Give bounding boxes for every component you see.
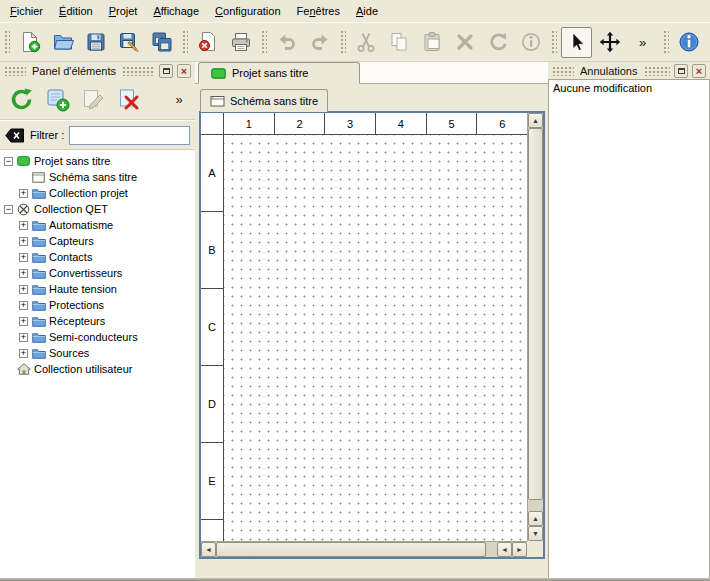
clear-filter-icon[interactable] — [5, 128, 25, 143]
print-button[interactable] — [225, 27, 256, 58]
toolbar-grip[interactable] — [260, 29, 267, 55]
tree-expander-icon[interactable]: + — [19, 221, 28, 230]
menu-item[interactable]: Affichage — [145, 0, 207, 22]
tab-project[interactable]: Projet sans titre — [198, 62, 360, 84]
scroll-left-button-2[interactable]: ◄ — [497, 542, 512, 557]
menu-item[interactable]: Édition — [51, 0, 101, 22]
tree-expander-icon[interactable]: + — [19, 333, 28, 342]
tree-expander-icon[interactable]: − — [4, 157, 13, 166]
menu-label: dition — [66, 5, 92, 17]
tree-item[interactable]: + Collection projet — [0, 185, 195, 201]
toolbar-grip[interactable] — [181, 29, 188, 55]
tree-item[interactable]: + Protections — [0, 297, 195, 313]
about-button[interactable] — [673, 27, 704, 58]
menu-item[interactable]: Projet — [101, 0, 146, 22]
vertical-scroll-thumb[interactable] — [528, 128, 543, 500]
scroll-down-button[interactable]: ▼ — [528, 526, 543, 541]
edit-element-icon — [81, 87, 106, 112]
undo-list-item[interactable]: Aucune modification — [549, 80, 709, 96]
toolbar-grip[interactable] — [550, 29, 557, 55]
tree-expander-icon[interactable]: + — [19, 349, 28, 358]
copy-button[interactable] — [383, 27, 414, 58]
tree-expander-icon[interactable]: + — [19, 189, 28, 198]
horizontal-scrollbar[interactable]: ◄ ◄ ► — [201, 541, 527, 557]
save-button[interactable] — [80, 27, 111, 58]
schema-view[interactable]: 123456 ABCDE — [201, 113, 527, 541]
tree-item[interactable]: − Collection QET — [0, 201, 195, 217]
close-file-button[interactable] — [192, 27, 223, 58]
tree-item[interactable]: + Contacts — [0, 249, 195, 265]
horizontal-scroll-thumb[interactable] — [216, 542, 486, 557]
undo-button[interactable] — [271, 27, 302, 58]
toolbar-grip[interactable] — [662, 29, 669, 55]
tree-item[interactable]: + Capteurs — [0, 233, 195, 249]
tree-expander-icon[interactable]: + — [19, 253, 28, 262]
edit-element-button[interactable] — [80, 86, 107, 113]
column-ruler-cell: 4 — [376, 113, 427, 135]
tree-item[interactable]: + Sources — [0, 345, 195, 361]
tree-item[interactable]: + Convertisseurs — [0, 265, 195, 281]
tree-expander-icon[interactable]: + — [19, 285, 28, 294]
delete-button[interactable] — [449, 27, 480, 58]
scroll-left-button[interactable]: ◄ — [201, 542, 216, 557]
tree-expander-icon[interactable]: + — [19, 269, 28, 278]
tree-expander-icon[interactable]: + — [19, 237, 28, 246]
tree-item[interactable]: + Récepteurs — [0, 313, 195, 329]
folder-icon — [31, 268, 46, 279]
delete-element-button[interactable] — [116, 86, 143, 113]
tree-item[interactable]: + Semi-conducteurs — [0, 329, 195, 345]
undo-panel-titlebar[interactable]: Annulations × — [548, 62, 710, 79]
cut-button[interactable] — [350, 27, 381, 58]
folder-icon — [31, 348, 46, 359]
elements-panel-titlebar[interactable]: Panel d'éléments × — [0, 62, 195, 79]
tab-schema[interactable]: Schéma sans titre — [200, 89, 328, 112]
menu-label: C — [215, 5, 223, 17]
menu-item[interactable]: Fenêtres — [289, 0, 348, 22]
tree-item[interactable]: Collection utilisateur — [0, 361, 195, 377]
tree-item[interactable]: + Automatisme — [0, 217, 195, 233]
folder-icon — [31, 300, 46, 311]
redo-button[interactable] — [304, 27, 335, 58]
filter-input[interactable] — [69, 126, 190, 145]
chevron-double-right-icon: » — [639, 36, 646, 49]
toolbar-overflow-button[interactable]: » — [627, 27, 658, 58]
menu-item[interactable]: Configuration — [207, 0, 288, 22]
new-element-button[interactable] — [44, 86, 71, 113]
scroll-right-button[interactable]: ► — [512, 542, 527, 557]
elements-panel-close-button[interactable]: × — [177, 64, 191, 78]
menu-item[interactable]: Aide — [348, 0, 386, 22]
toolbar-grip[interactable] — [339, 29, 346, 55]
move-mode-button[interactable] — [594, 27, 625, 58]
scroll-up-button-2[interactable]: ▲ — [528, 511, 543, 526]
elements-toolbar-overflow-button[interactable]: » — [171, 86, 187, 113]
vertical-scrollbar[interactable]: ▲ ▲ ▼ — [527, 113, 543, 541]
element-info-button[interactable] — [515, 27, 546, 58]
horizontal-scroll-track[interactable] — [216, 542, 497, 557]
scroll-up-button[interactable]: ▲ — [528, 113, 543, 128]
undo-panel-close-button[interactable]: × — [692, 64, 706, 78]
vertical-scroll-track[interactable] — [528, 128, 543, 511]
elements-panel-float-button[interactable] — [159, 64, 173, 78]
tree-expander-icon[interactable]: + — [19, 301, 28, 310]
schema-grid-canvas[interactable] — [224, 135, 527, 541]
tree-expander-icon[interactable]: − — [4, 205, 13, 214]
undo-panel-float-button[interactable] — [674, 64, 688, 78]
save-all-button[interactable] — [146, 27, 177, 58]
tree-item[interactable]: + Haute tension — [0, 281, 195, 297]
tree-item[interactable]: − Projet sans titre — [0, 153, 195, 169]
reload-icon — [9, 87, 34, 112]
tree-item[interactable]: Schéma sans titre — [0, 169, 195, 185]
tree-expander-icon[interactable]: + — [19, 317, 28, 326]
toolbar-grip[interactable] — [3, 29, 10, 55]
project-icon — [211, 68, 226, 79]
new-element-icon — [45, 87, 70, 112]
save-as-button[interactable] — [113, 27, 144, 58]
select-mode-button[interactable] — [561, 27, 592, 58]
paste-button[interactable] — [416, 27, 447, 58]
rotate-button[interactable] — [482, 27, 513, 58]
tree-item-label: Automatisme — [49, 219, 113, 231]
open-file-button[interactable] — [47, 27, 78, 58]
new-file-button[interactable] — [14, 27, 45, 58]
menu-item[interactable]: Fichier — [2, 0, 51, 22]
reload-collections-button[interactable] — [8, 86, 35, 113]
